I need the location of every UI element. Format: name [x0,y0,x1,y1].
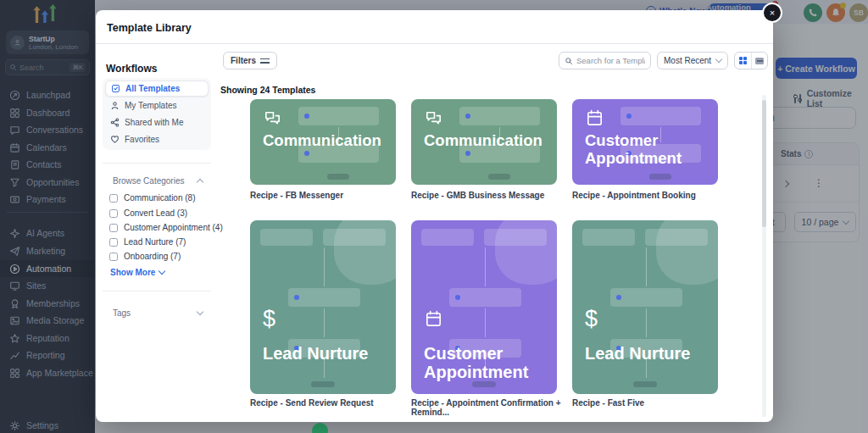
results-count: Showing 24 Templates [220,85,315,95]
share-icon [110,118,120,127]
card-category: Communication [263,131,386,149]
template-card[interactable]: Communication [411,99,557,185]
dollar-icon: $ [585,309,598,329]
checkbox-icon[interactable] [109,209,118,218]
tags-label: Tags [113,308,131,318]
sort-value: Most Recent [664,56,711,65]
card-title: Recipe - Fast Five [572,398,725,408]
sort-select[interactable]: Most Recent [657,52,728,69]
category-label: Onboarding (7) [124,252,181,261]
nav-my-templates[interactable]: My Templates [105,97,209,114]
chat-icon [263,108,282,131]
checkbox-icon[interactable] [109,224,118,232]
view-toggle-group [734,52,768,69]
category-label: Communication (8) [124,193,195,203]
filters-button[interactable]: Filters [223,52,277,69]
category-label: Lead Nurture (7) [124,237,186,247]
nav-item-label: Shared with Me [125,118,183,127]
checkbox-icon[interactable] [109,253,118,261]
grid-view-button[interactable] [735,53,751,69]
card-category: Communication [424,131,547,149]
show-more-button[interactable]: Show More [110,268,164,277]
category-checkbox-communication[interactable]: Communication (8) [109,192,195,203]
category-label: Customer Appointment (4) [124,223,223,232]
filters-label: Filters [231,56,256,65]
nav-item-label: My Templates [125,101,177,110]
modal-header: Template Library [96,10,773,44]
scrollbar-thumb[interactable] [762,100,766,227]
chevron-down-icon [159,268,165,275]
chat-icon [424,108,443,131]
divider [103,291,211,291]
checkbox-icon[interactable] [109,194,118,203]
tags-section-header[interactable]: Tags [113,308,203,318]
workflow-preview [298,107,379,125]
browse-categories-header[interactable]: Browse Categories [113,176,203,186]
card-category: Lead Nurture [263,344,386,363]
help-widget-button[interactable] [312,423,328,433]
filter-sliders-icon [260,57,270,64]
chevron-down-icon [715,56,722,63]
card-title: Recipe - Appointment Booking [572,191,725,200]
grid-view-icon [739,57,747,64]
card-title: Recipe - Appointment Confirmation + Remi… [411,398,564,417]
template-card[interactable]: Communication [250,99,396,185]
template-card[interactable]: $ Lead Nurture [572,220,718,394]
template-nav: All Templates My Templates Shared with M… [103,78,211,150]
user-icon [110,101,120,110]
workflow-preview [421,229,474,246]
list-view-icon [755,58,764,64]
category-label: Convert Lead (3) [124,208,187,218]
close-icon: × [770,8,775,18]
template-card[interactable]: $ Lead Nurture [250,220,396,394]
template-library-modal: Template Library × Workflows All Templat… [96,10,773,422]
template-card[interactable]: Customer Appointment [572,99,718,185]
list-view-button[interactable] [751,53,767,69]
template-card[interactable]: Customer Appointment [411,220,557,394]
card-title: Recipe - GMB Business Message [411,191,564,200]
nav-favorites[interactable]: Favorites [105,131,209,147]
calendar-icon [585,108,604,131]
workflow-preview [620,107,701,125]
browse-categories-label: Browse Categories [113,176,184,186]
category-checkbox-onboarding[interactable]: Onboarding (7) [109,251,181,262]
search-icon [565,57,573,65]
checkbox-checked-icon [111,84,120,93]
card-category: Customer Appointment [585,131,708,167]
nav-shared-with-me[interactable]: Shared with Me [105,114,209,130]
chevron-down-icon [197,308,203,315]
card-category: Lead Nurture [585,344,708,363]
template-search[interactable] [559,52,651,69]
nav-item-label: All Templates [125,84,180,93]
checkbox-icon[interactable] [109,238,118,247]
section-title: Workflows [106,63,157,75]
card-title: Recipe - FB Messenger [250,191,403,200]
heart-icon [110,135,120,144]
app-root: StartUp London, London ⌘K Launchpad Dash… [0,0,868,433]
workflow-preview [582,229,635,246]
nav-item-label: Favorites [125,135,159,144]
close-button[interactable]: × [762,3,782,23]
workflow-preview [459,107,540,125]
category-checkbox-customer-appointment[interactable]: Customer Appointment (4) [109,222,223,233]
scrollbar[interactable] [762,95,766,417]
template-search-input[interactable] [576,56,645,65]
workflow-preview [260,229,313,246]
show-more-label: Show More [110,268,155,277]
card-title: Recipe - Send Review Request [250,398,403,408]
chevron-up-icon [197,179,203,186]
category-checkbox-lead-nurture[interactable]: Lead Nurture (7) [109,236,186,247]
nav-all-templates[interactable]: All Templates [105,80,209,97]
divider [103,163,211,164]
modal-title: Template Library [107,22,192,34]
dollar-icon: $ [263,309,275,329]
category-checkbox-convert-lead[interactable]: Convert Lead (3) [109,208,187,219]
calendar-icon [424,309,443,332]
card-category: Customer Appointment [424,344,547,381]
